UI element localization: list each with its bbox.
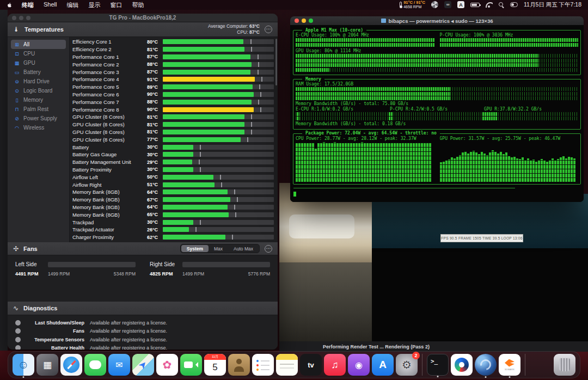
3dmark-dock-icon[interactable]: 3DMARK xyxy=(499,354,520,376)
zoom-button[interactable] xyxy=(309,19,313,23)
photos-dock-icon[interactable]: ✿ xyxy=(156,354,178,376)
diagnostic-label: Temperature Sensors xyxy=(27,337,84,342)
sensor-row[interactable]: Battery Proximity30°C xyxy=(70,166,278,174)
menu-item-终端[interactable]: 终端 xyxy=(17,1,39,9)
podcasts-dock-icon[interactable]: ◉ xyxy=(348,354,370,376)
sidebar-item-battery[interactable]: ▭Battery xyxy=(11,68,66,77)
temperature-menu-widget[interactable]: 91°C / 91°C 4658 RPM xyxy=(400,1,425,10)
menubar-clock[interactable]: 11月5日 周五 下午7:18 xyxy=(524,1,581,9)
sensor-name: Battery xyxy=(72,144,140,150)
reminders-dock-icon[interactable] xyxy=(252,354,274,376)
fan-mode-auto-max[interactable]: Auto Max xyxy=(228,245,259,252)
gpu-power-bar xyxy=(571,157,573,181)
sensor-row[interactable]: Power Supply Proximity55°C xyxy=(70,241,278,242)
sensor-row[interactable]: Trackpad30°C xyxy=(70,218,278,226)
sensor-row[interactable]: Airflow Left50°C xyxy=(70,173,278,181)
sidebar-item-hard-drive[interactable]: ⊖Hard Drive xyxy=(11,77,66,86)
terminal-titlebar[interactable]: bibapcs — powermetrics ◂ sudo — 123×36 xyxy=(290,16,584,25)
sensor-row[interactable]: Airflow Right51°C xyxy=(70,181,278,188)
terminal-dock-icon[interactable]: >_ xyxy=(427,354,449,376)
sensor-list[interactable]: Efficiency Core 180°CEfficiency Core 281… xyxy=(70,37,278,242)
sensor-row[interactable]: Performance Core 788°C xyxy=(70,98,278,106)
sensor-row[interactable]: Memory Bank (8GB)65°C xyxy=(70,211,278,218)
menu-item-帮助[interactable]: 帮助 xyxy=(127,1,149,9)
battery-icon[interactable] xyxy=(470,3,480,7)
fan-status-icon[interactable] xyxy=(431,1,438,8)
fan-mode-system[interactable]: System xyxy=(181,245,209,252)
diagnostic-row: Battery HealthAvailable after registerin… xyxy=(8,344,278,350)
creative-cloud-icon[interactable]: ∞ xyxy=(444,1,451,8)
sensor-row[interactable]: Battery Management Unit29°C xyxy=(70,158,278,166)
sensor-row[interactable]: Performance Core 187°C xyxy=(70,53,278,61)
sensor-row[interactable]: GPU Cluster (8 Cores)81°C xyxy=(70,128,278,136)
close-button[interactable] xyxy=(295,19,299,23)
apple-menu-icon[interactable] xyxy=(7,2,13,8)
calendar-dock-icon[interactable]: 11月5 xyxy=(204,354,226,376)
tgpro-titlebar[interactable]: TG Pro - MacBookPro18,2 xyxy=(8,14,278,22)
terminal-body[interactable]: Apple M1 Max (10-core) E-CPU Usage: 100%… xyxy=(290,25,584,202)
sidebar-item-cpu[interactable]: ⊡CPU xyxy=(11,49,66,58)
sensor-row[interactable]: Memory Bank (8GB)64°C xyxy=(70,204,278,211)
launchpad-dock-icon[interactable]: ▦ xyxy=(36,354,58,376)
menu-item-窗口[interactable]: 窗口 xyxy=(105,1,127,9)
sensor-row[interactable]: Efficiency Core 180°C xyxy=(70,38,278,46)
sensor-name: Trackpad xyxy=(72,219,140,225)
notes-dock-icon[interactable] xyxy=(276,354,298,376)
sidebar-item-memory[interactable]: ▯Memory xyxy=(11,95,66,105)
input-source-icon[interactable]: A xyxy=(457,1,464,8)
sensor-row[interactable]: Battery30°C xyxy=(70,143,278,151)
minimize-button[interactable] xyxy=(302,19,306,23)
sidebar-item-gpu[interactable]: ▦GPU xyxy=(11,58,66,68)
sensor-row[interactable]: Trackpad Actuator26°C xyxy=(70,226,278,234)
finder-dock-icon[interactable]: ☺ xyxy=(13,354,34,376)
c4d2-dock-icon[interactable] xyxy=(530,354,552,376)
control-center-icon[interactable] xyxy=(510,2,518,7)
sensor-row[interactable]: GPU Cluster (8 Cores)81°C xyxy=(70,113,278,121)
sensor-temp: 62°C xyxy=(140,235,158,240)
sensor-row[interactable]: Performance Core 690°C xyxy=(70,91,278,99)
sensor-row[interactable]: Charger Proximity62°C xyxy=(70,234,278,241)
sensor-row[interactable]: GPU Cluster (8 Cores)81°C xyxy=(70,121,278,128)
wifi-icon[interactable] xyxy=(486,2,493,8)
sensor-row[interactable]: Performance Core 589°C xyxy=(70,83,278,91)
sidebar-item-all[interactable]: ⊞All xyxy=(11,40,66,49)
music-dock-icon[interactable]: ♫ xyxy=(324,354,346,376)
terminal-traffic-lights[interactable] xyxy=(295,19,313,23)
menu-item-Shell[interactable]: Shell xyxy=(39,1,62,9)
menu-item-显示[interactable]: 显示 xyxy=(83,1,105,9)
calendar-day: 5 xyxy=(212,362,217,373)
sensor-row[interactable]: Performance Core 387°C xyxy=(70,68,278,76)
trash-dock-icon[interactable] xyxy=(554,354,575,376)
sensor-row[interactable]: Performance Core 890°C xyxy=(70,106,278,113)
settings-dock-icon[interactable]: ⚙2 xyxy=(396,354,418,376)
sensor-row[interactable]: Efficiency Core 281°C xyxy=(70,46,278,53)
sensor-temp: 26°C xyxy=(140,227,158,232)
sidebar-item-logic-board[interactable]: ⊙Logic Board xyxy=(11,86,66,95)
fan-mode-max[interactable]: Max xyxy=(209,245,228,252)
fans-more-button[interactable]: ⋯ xyxy=(265,245,272,253)
sensor-scrollbar[interactable] xyxy=(275,39,277,85)
maps-dock-icon[interactable] xyxy=(132,354,154,376)
c4d-dock-icon[interactable] xyxy=(475,354,497,376)
sensor-row[interactable]: Memory Bank (8GB)64°C xyxy=(70,188,278,196)
tgpro-traffic-lights[interactable] xyxy=(12,16,30,20)
sensor-row[interactable]: Memory Bank (8GB)67°C xyxy=(70,196,278,204)
menu-item-编辑[interactable]: 编辑 xyxy=(62,1,83,9)
spotlight-icon[interactable] xyxy=(499,2,504,8)
contacts-dock-icon[interactable] xyxy=(228,354,250,376)
sidebar-item-palm-rest[interactable]: ⊓Palm Rest xyxy=(11,105,66,114)
messages-dock-icon[interactable] xyxy=(84,354,106,376)
temperatures-more-button[interactable]: ⋯ xyxy=(265,26,272,33)
mail-dock-icon[interactable]: ✉ xyxy=(108,354,130,376)
sidebar-item-wireless[interactable]: ◠Wireless xyxy=(11,123,66,132)
geekbench-dock-icon[interactable] xyxy=(451,354,473,376)
sensor-row[interactable]: GPU Cluster (8 Cores)77°C xyxy=(70,136,278,143)
safari-dock-icon[interactable] xyxy=(60,354,82,376)
sidebar-item-power-supply[interactable]: ⊘Power Supply xyxy=(11,114,66,123)
sensor-row[interactable]: Performance Core 491°C xyxy=(70,76,278,83)
sensor-row[interactable]: Performance Core 288°C xyxy=(70,60,278,68)
appletv-dock-icon[interactable]: tv xyxy=(300,354,322,376)
facetime-dock-icon[interactable] xyxy=(180,354,202,376)
sensor-row[interactable]: Battery Gas Gauge30°C xyxy=(70,151,278,158)
appstore-dock-icon[interactable]: A xyxy=(372,354,394,376)
